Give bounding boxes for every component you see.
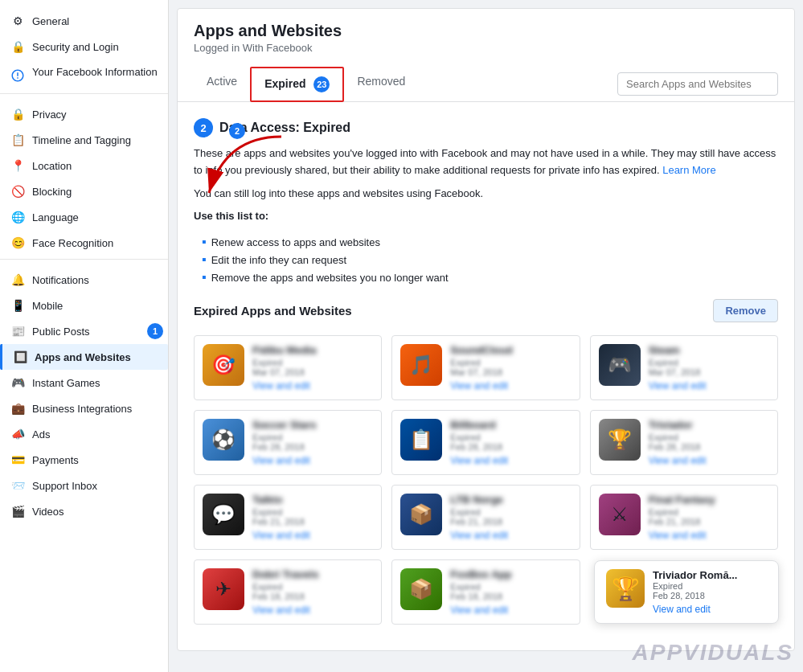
app-info: FoxBox App Expired Feb 18, 2018 View and… [450, 568, 571, 616]
privacy-icon: 🔒 [10, 106, 26, 122]
app-info: Fidibu Media Expired Mar 07, 2018 View a… [252, 344, 373, 391]
sidebar-item-fb-info[interactable]: Your Facebook Information [0, 59, 168, 90]
sidebar-item-games[interactable]: 🎮 Instant Games [0, 370, 168, 395]
app-status: Expired [252, 358, 373, 367]
tooltip-app-icon: 🏆 [606, 569, 645, 608]
sidebar-label-face: Face Recognition [32, 237, 113, 249]
app-info: Billboard Expired Feb 28, 2018 View and … [450, 419, 571, 466]
content-header: Apps and Websites Logged in With Faceboo… [178, 9, 794, 102]
mobile-icon: 📱 [10, 297, 26, 313]
sidebar-item-language[interactable]: 🌐 Language [0, 204, 168, 230]
business-icon: 💼 [10, 400, 26, 416]
app-link[interactable]: View and edit [649, 455, 769, 466]
sidebar-label-location: Location [32, 160, 72, 172]
app-icon: 🏆 [599, 419, 641, 461]
app-icon: 📦 [400, 568, 442, 610]
app-status: Expired [252, 432, 373, 442]
app-icon: 📋 [400, 419, 442, 461]
app-name: Steam [649, 344, 769, 356]
sidebar-item-support[interactable]: 📨 Support Inbox [0, 473, 168, 498]
app-link[interactable]: View and edit [450, 380, 571, 391]
app-card: ⚽ Soccer Stars Expired Feb 28, 2018 View… [194, 410, 382, 475]
page-title: Apps and Websites [194, 22, 778, 40]
app-icon: ✈ [203, 568, 244, 610]
sidebar-item-apps[interactable]: 🔲 Apps and Websites [0, 344, 168, 370]
tooltip-popup: 🏆 Triviador Romă... Expired Feb 28, 2018… [594, 560, 779, 624]
tab-expired[interactable]: Expired 23 [250, 67, 344, 102]
sidebar-label-public-posts: Public Posts [32, 326, 90, 338]
sidebar-item-general[interactable]: ⚙ General [0, 8, 168, 34]
sidebar-item-security[interactable]: 🔒 Security and Login [0, 34, 168, 59]
app-date: Mar 07, 2018 [649, 367, 769, 377]
page-subtitle: Logged in With Facebook [194, 42, 778, 54]
app-date: Feb 18, 2018 [252, 592, 373, 601]
sidebar-item-timeline[interactable]: 📋 Timeline and Tagging [0, 127, 168, 153]
app-status: Expired [649, 358, 769, 367]
section-title: 2 Data Access: Expired [194, 118, 778, 137]
sidebar-label-support: Support Inbox [32, 480, 97, 492]
videos-icon: 🎬 [10, 503, 26, 519]
app-card: ✈ Dobri Travels Expired Feb 18, 2018 Vie… [194, 559, 382, 625]
tab-expired-count: 23 [313, 76, 330, 92]
app-link[interactable]: View and edit [450, 530, 571, 541]
app-link[interactable]: View and edit [252, 380, 373, 391]
app-card: 📋 Billboard Expired Feb 28, 2018 View an… [391, 410, 580, 475]
sidebar-item-face[interactable]: 😊 Face Recognition [0, 230, 168, 256]
app-date: Feb 28, 2018 [649, 442, 769, 452]
app-icon: ⚽ [203, 419, 244, 461]
expired-header: Expired Apps and Websites Remove [194, 299, 778, 322]
tab-active[interactable]: Active [194, 67, 250, 101]
app-link[interactable]: View and edit [252, 530, 373, 541]
support-icon: 📨 [10, 477, 26, 494]
sidebar-item-business[interactable]: 💼 Business Integrations [0, 395, 168, 421]
language-icon: 🌐 [10, 209, 26, 225]
tab-removed-label: Removed [357, 75, 405, 88]
app-card: 🏆 Triviador Expired Feb 28, 2018 View an… [590, 410, 778, 475]
sidebar-item-location[interactable]: 📍 Location [0, 153, 168, 178]
payments-icon: 💳 [10, 452, 26, 468]
app-link[interactable]: View and edit [252, 455, 373, 466]
app-card: 🎵 SoundCloud Expired Mar 07, 2018 View a… [391, 335, 580, 400]
sidebar-item-blocking[interactable]: 🚫 Blocking [0, 178, 168, 204]
sidebar-item-notifications[interactable]: 🔔 Notifications [0, 267, 168, 293]
sidebar: ⚙ General 🔒 Security and Login Your Face… [0, 0, 169, 672]
tab-active-label: Active [207, 75, 237, 88]
app-link[interactable]: View and edit [649, 380, 769, 391]
app-info: Dobri Travels Expired Feb 18, 2018 View … [252, 568, 373, 616]
search-input[interactable] [617, 72, 778, 96]
use-list: Renew access to apps and websites Edit t… [202, 233, 778, 286]
app-info: LTB Norge Expired Feb 21, 2018 View and … [450, 494, 571, 541]
app-date: Mar 07, 2018 [252, 367, 373, 377]
tab-removed[interactable]: Removed [344, 67, 418, 101]
sidebar-label-security: Security and Login [32, 41, 119, 53]
app-name: SoundCloud [450, 344, 571, 356]
app-status: Expired [649, 507, 769, 517]
sidebar-item-public-posts[interactable]: 📰 Public Posts 1 [0, 318, 168, 344]
tooltip-app-link[interactable]: View and edit [653, 604, 737, 615]
app-card: 💬 Talkto Expired Feb 21, 2018 View and e… [194, 485, 382, 550]
ads-icon: 📣 [10, 426, 26, 442]
sidebar-item-privacy[interactable]: 🔒 Privacy [0, 101, 168, 127]
section-desc2: You can still log into these apps and we… [194, 186, 778, 203]
sidebar-item-payments[interactable]: 💳 Payments [0, 447, 168, 473]
sidebar-label-blocking: Blocking [32, 186, 72, 198]
remove-button[interactable]: Remove [713, 299, 778, 322]
app-link[interactable]: View and edit [450, 455, 571, 466]
use-item-3: Remove the apps and websites you no long… [202, 268, 778, 286]
app-link[interactable]: View and edit [649, 530, 769, 541]
section-desc1: These are apps and websites you've logge… [194, 145, 778, 179]
app-icon: 🎯 [203, 344, 244, 386]
app-date: Feb 21, 2018 [450, 517, 571, 527]
sidebar-item-mobile[interactable]: 📱 Mobile [0, 293, 168, 318]
app-card: 📦 LTB Norge Expired Feb 21, 2018 View an… [391, 485, 580, 550]
sidebar-item-ads[interactable]: 📣 Ads [0, 421, 168, 447]
app-link[interactable]: View and edit [450, 604, 571, 616]
sidebar-item-videos[interactable]: 🎬 Videos [0, 498, 168, 524]
app-icon: 🎵 [400, 344, 442, 386]
sidebar-label-privacy: Privacy [32, 109, 67, 121]
badge-1: 1 [147, 323, 163, 339]
app-icon: ⚔ [599, 494, 641, 535]
app-link[interactable]: View and edit [252, 604, 373, 616]
app-name: Final Fantasy [649, 494, 769, 506]
learn-more-link[interactable]: Learn More [662, 164, 715, 176]
